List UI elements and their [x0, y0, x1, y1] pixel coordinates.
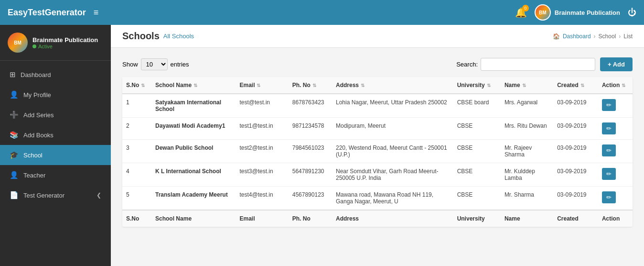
add-button[interactable]: + Add [600, 57, 633, 71]
cell-school-name: Satyakaam International School [151, 94, 236, 118]
cell-phone: 9871234578 [289, 118, 332, 140]
profile-icon: 👤 [10, 90, 19, 99]
show-label: Show [122, 61, 138, 68]
tf-phone: Ph. No [289, 210, 332, 227]
edit-button[interactable]: ✏ [602, 191, 616, 203]
sidebar-item-label: Dashboard [21, 71, 51, 78]
breadcrumb-sep1: › [594, 33, 596, 40]
search-label: Search: [456, 61, 478, 68]
sidebar-nav: ⊞ Dashboard 👤 My Profile ➕ Add Series 📚 … [0, 61, 111, 266]
tf-university: University [453, 210, 501, 227]
cell-school-name: Dayawati Modi Academy1 [151, 118, 236, 140]
tf-address: Address [332, 210, 453, 227]
school-icon: 🎓 [10, 151, 19, 159]
breadcrumb-sep2: › [619, 33, 621, 40]
th-school-name: School Name⇅ [151, 77, 236, 94]
status-label: Active [38, 44, 53, 49]
breadcrumb-list: List [623, 33, 633, 40]
cell-action: ✏ [598, 94, 633, 118]
cell-address: 220, Westend Road, Meerut Cantt - 250001… [332, 140, 453, 163]
content-area: Show 10 25 50 100 entries Search: + Add [111, 48, 644, 236]
cell-email: test2@test.in [236, 140, 288, 163]
page-title: Schools [122, 31, 160, 42]
cell-sno: 3 [122, 140, 151, 163]
cell-phone: 5647891230 [289, 163, 332, 187]
cell-university: CBSE [453, 187, 501, 211]
cell-school-name: K L International School [151, 163, 236, 187]
th-name: Name⇅ [501, 77, 553, 94]
cell-email: test@test.in [236, 94, 288, 118]
breadcrumb-school: School [599, 33, 616, 40]
edit-button[interactable]: ✏ [602, 144, 616, 156]
power-icon[interactable]: ⏻ [628, 8, 636, 18]
sidebar-item-my-profile[interactable]: 👤 My Profile [0, 85, 111, 105]
tf-name: Name [501, 210, 553, 227]
th-action: Action⇅ [598, 77, 633, 94]
search-wrap: Search: [456, 58, 595, 71]
tf-sno: S.No [122, 210, 151, 227]
navbar-user[interactable]: BM Brainmate Publication [535, 4, 620, 21]
schools-table: S.No⇅ School Name⇅ Email⇅ Ph. No⇅ Addres… [122, 77, 633, 227]
sidebar-item-school[interactable]: 🎓 School [0, 145, 111, 165]
cell-sno: 2 [122, 118, 151, 140]
cell-university: CBSE board [453, 94, 501, 118]
edit-button[interactable]: ✏ [602, 99, 616, 111]
sidebar-item-test-generator[interactable]: 📄 Test Generator ❮ [0, 185, 111, 205]
cell-school-name: Dewan Public School [151, 140, 236, 163]
sidebar-item-add-series[interactable]: ➕ Add Series [0, 105, 111, 125]
teacher-icon: 👤 [10, 171, 19, 179]
notification-bell[interactable]: 🔔 0 [515, 7, 527, 18]
sidebar-item-label: Add Series [23, 111, 54, 119]
cell-email: test1@test.in [236, 118, 288, 140]
cell-email: test4@test.in [236, 187, 288, 211]
sidebar-user-info: BM Brainmate Publication Active [0, 25, 111, 61]
tf-school-name: School Name [151, 210, 236, 227]
hamburger-icon[interactable]: ≡ [94, 8, 99, 18]
table-row: 1 Satyakaam International School test@te… [122, 94, 633, 118]
th-created: Created⇅ [553, 77, 598, 94]
tf-email: Email [236, 210, 288, 227]
cell-sno: 4 [122, 163, 151, 187]
th-address: Address⇅ [332, 77, 453, 94]
search-input[interactable] [481, 58, 595, 71]
sidebar: BM Brainmate Publication Active ⊞ Dashbo… [0, 25, 111, 266]
entries-label: entries [171, 61, 189, 68]
cell-name: Mrs. Agarwal [501, 94, 553, 118]
cell-action: ✏ [598, 118, 633, 140]
navbar-left: EasyTestGenerator ≡ [8, 8, 98, 18]
page-subtitle: All Schools [163, 33, 194, 40]
cell-address: Lohia Nagar, Meerut, Uttar Pradesh 25000… [332, 94, 453, 118]
sidebar-item-add-books[interactable]: 📚 Add Books [0, 125, 111, 145]
add-series-icon: ➕ [10, 111, 19, 119]
cell-created: 03-09-2019 [553, 118, 598, 140]
th-phone: Ph. No⇅ [289, 77, 332, 94]
main-content: Schools All Schools 🏠 Dashboard › School… [111, 25, 644, 266]
entries-select[interactable]: 10 25 50 100 [141, 58, 168, 70]
sidebar-item-teacher[interactable]: 👤 Teacher [0, 165, 111, 185]
sidebar-username: Brainmate Publication [32, 36, 98, 44]
table-row: 5 Translam Academy Meerut test4@test.in … [122, 187, 633, 211]
edit-button[interactable]: ✏ [602, 168, 616, 180]
sidebar-item-dashboard[interactable]: ⊞ Dashboard [0, 65, 111, 85]
cell-address: Modipuram, Meerut [332, 118, 453, 140]
tf-created: Created [553, 210, 598, 227]
sidebar-item-label: My Profile [23, 91, 51, 99]
cell-university: CBSE [453, 163, 501, 187]
home-icon: 🏠 [553, 33, 560, 40]
bell-badge: 0 [522, 5, 529, 11]
table-row: 2 Dayawati Modi Academy1 test1@test.in 9… [122, 118, 633, 140]
app-brand: EasyTestGenerator [8, 8, 86, 18]
cell-created: 03-09-2019 [553, 94, 598, 118]
cell-address: Near Somdutt Vihar, Garh Road Meerut-250… [332, 163, 453, 187]
edit-button[interactable]: ✏ [602, 122, 616, 134]
status-dot [32, 44, 36, 48]
chevron-right-icon: ❮ [97, 192, 101, 199]
cell-name: Mrs. Ritu Dewan [501, 118, 553, 140]
search-add-wrap: Search: + Add [456, 57, 633, 71]
breadcrumb-dashboard[interactable]: Dashboard [563, 33, 591, 40]
page-header: Schools All Schools 🏠 Dashboard › School… [111, 25, 644, 48]
cell-phone: 8678763423 [289, 94, 332, 118]
cell-action: ✏ [598, 187, 633, 211]
table-controls: Show 10 25 50 100 entries Search: + Add [122, 57, 633, 71]
layout: BM Brainmate Publication Active ⊞ Dashbo… [0, 25, 644, 266]
